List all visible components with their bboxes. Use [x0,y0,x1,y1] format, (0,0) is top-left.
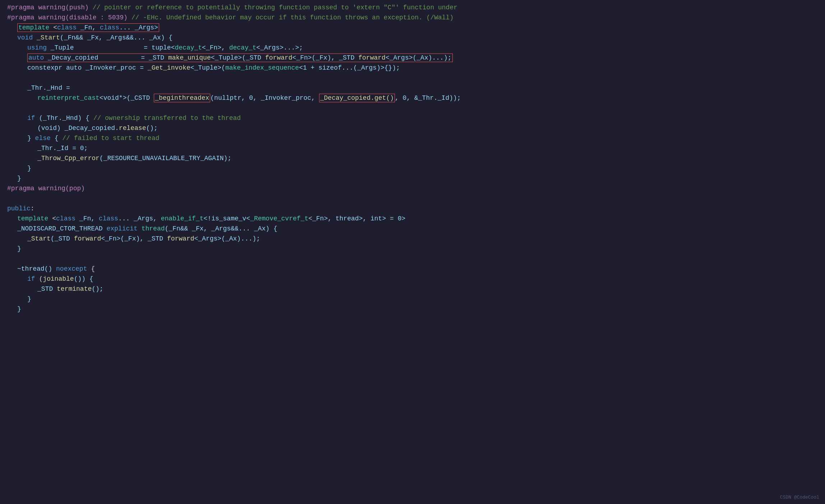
code-line: _Thr._Hnd = [0,83,825,93]
code-line: } else { // failed to start thread [0,134,825,144]
code-line: void _Start(_Fn&& _Fx, _Args&&... _Ax) { [0,33,825,43]
code-line: } [0,164,825,174]
code-line: } [0,244,825,254]
code-line: reinterpret_cast<void*>(_CSTD _beginthre… [0,93,825,103]
code-line: template <class _Fn, class... _Args> [0,23,825,33]
code-line: public: [0,204,825,214]
code-line: using _Tuple = tuple<decay_t<_Fn>, decay… [0,43,825,53]
code-line: constexpr auto _Invoker_proc = _Get_invo… [0,63,825,73]
code-line: auto _Decay_copied = _STD make_unique<_T… [0,53,825,63]
code-line: } [0,304,825,314]
code-line: #pragma warning(pop) [0,184,825,194]
code-line: _NODISCARD_CTOR_THREAD explicit thread(_… [0,224,825,234]
code-line: } [0,174,825,184]
code-line: #pragma warning(disable : 5039) // -EHc.… [0,13,825,23]
code-line [0,103,825,113]
code-line: _STD terminate(); [0,284,825,294]
code-line: if (joinable()) { [0,274,825,284]
code-line: ~thread() noexcept { [0,264,825,274]
code-line: _Start(_STD forward<_Fn>(_Fx), _STD forw… [0,234,825,244]
code-line: _Thr._Id = 0; [0,144,825,154]
code-line: template <class _Fn, class... _Args, ena… [0,214,825,224]
code-line [0,194,825,204]
code-editor: #pragma warning(push) // pointer or refe… [0,0,825,504]
code-line: (void) _Decay_copied.release(); [0,123,825,134]
code-line: _Throw_Cpp_error(_RESOURCE_UNAVAILABLE_T… [0,154,825,164]
code-line [0,73,825,83]
watermark: CSDN @CodeCool [780,494,819,501]
code-line: if (_Thr._Hnd) { // ownership transferre… [0,113,825,123]
code-line: #pragma warning(push) // pointer or refe… [0,3,825,13]
code-line: } [0,294,825,304]
code-line [0,254,825,264]
